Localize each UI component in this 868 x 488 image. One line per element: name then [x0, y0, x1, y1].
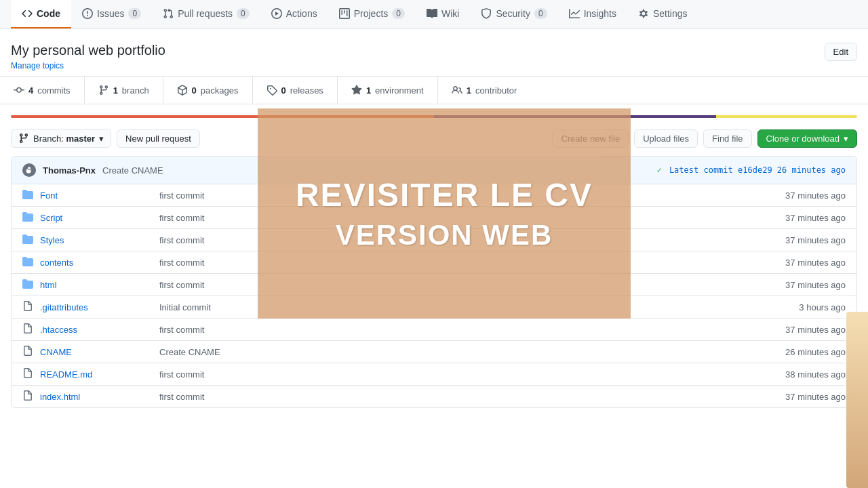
branches-stat[interactable]: 1 branch [85, 77, 163, 104]
branch-label: Branch: master [33, 134, 95, 144]
releases-stat[interactable]: 0 releases [253, 77, 338, 104]
packages-stat[interactable]: 0 packages [163, 77, 253, 104]
file-name[interactable]: .gitattributes [40, 302, 149, 312]
tab-settings[interactable]: Settings [627, 0, 698, 28]
file-time: 37 minutes ago [764, 392, 846, 402]
edit-button[interactable]: Edit [825, 43, 857, 61]
new-pull-request-button[interactable]: New pull request [117, 129, 200, 148]
chevron-down-icon: ▾ [99, 134, 104, 144]
file-name[interactable]: .htaccess [40, 325, 149, 335]
file-time: 38 minutes ago [764, 369, 846, 380]
file-commit-message: first commit [149, 213, 764, 223]
file-time: 37 minutes ago [764, 280, 846, 290]
file-commit-message: Create CNAME [149, 347, 764, 357]
folder-icon [22, 189, 35, 201]
file-time: 37 minutes ago [764, 213, 846, 223]
file-icon [22, 390, 35, 403]
file-name[interactable]: README.md [40, 369, 149, 380]
file-name[interactable]: Styles [40, 235, 149, 245]
file-time: 3 hours ago [764, 302, 846, 312]
stats-bar: 4 commits 1 branch 0 packages 0 releases… [0, 76, 868, 104]
file-commit-message: first commit [149, 280, 764, 290]
folder-icon [22, 234, 35, 246]
file-time: 37 minutes ago [764, 235, 846, 245]
branch-select[interactable]: Branch: master ▾ [11, 129, 111, 148]
file-icon [22, 301, 35, 313]
file-time: 37 minutes ago [764, 325, 846, 335]
file-table: Thomas-Pnx Create CNAME ✓ Latest commit … [11, 156, 857, 408]
lang-css [434, 115, 716, 118]
file-name[interactable]: contents [40, 258, 149, 268]
environments-stat[interactable]: 1 environment [338, 77, 438, 104]
file-commit-message: first commit [149, 235, 764, 245]
clone-or-download-button[interactable]: Clone or download ▾ [757, 129, 857, 148]
tab-insights[interactable]: Insights [558, 0, 627, 28]
file-commit-message: first commit [149, 325, 764, 335]
commits-stat[interactable]: 4 commits [0, 77, 85, 104]
commit-header: Thomas-Pnx Create CNAME ✓ Latest commit … [12, 157, 856, 184]
table-row: README.md first commit 38 minutes ago [12, 363, 856, 386]
folder-icon [22, 256, 35, 268]
file-commit-message: first commit [149, 190, 764, 201]
create-new-file-button[interactable]: Create new file [552, 129, 629, 148]
tab-security[interactable]: Security 0 [470, 0, 557, 28]
right-accent-decoration [846, 312, 868, 408]
file-commit-message: first commit [149, 258, 764, 268]
tab-pull-requests[interactable]: Pull requests 0 [152, 0, 260, 28]
file-time: 26 minutes ago [764, 347, 846, 357]
file-commit-message: first commit [149, 369, 764, 380]
table-row: html first commit 37 minutes ago [12, 274, 856, 296]
file-commit-message: Initial commit [149, 302, 764, 312]
repo-title: My personal web portfolio [11, 43, 165, 58]
table-row: Styles first commit 37 minutes ago [12, 229, 856, 251]
upload-files-button[interactable]: Upload files [634, 129, 698, 148]
table-row: CNAME Create CNAME 26 minutes ago [12, 341, 856, 363]
table-row: .gitattributes Initial commit 3 hours ag… [12, 296, 856, 319]
table-row: Font first commit 37 minutes ago [12, 184, 856, 207]
latest-commit-info: ✓ Latest commit e16de29 26 minutes ago [656, 165, 846, 175]
file-time: 37 minutes ago [764, 190, 846, 201]
tab-wiki[interactable]: Wiki [416, 0, 470, 28]
table-row: index.html first commit 37 minutes ago [12, 386, 856, 407]
file-name[interactable]: Font [40, 190, 149, 201]
repo-header: My personal web portfolio Manage topics … [0, 29, 868, 76]
manage-topics-link[interactable]: Manage topics [11, 61, 165, 70]
file-commit-message: first commit [149, 392, 764, 402]
file-name[interactable]: html [40, 280, 149, 290]
table-row: contents first commit 37 minutes ago [12, 251, 856, 274]
file-icon [22, 368, 35, 380]
commit-hash-link[interactable]: e16de29 [738, 165, 772, 175]
file-list: Font first commit 37 minutes ago Script … [12, 184, 856, 407]
contributors-stat[interactable]: 1 contributor [438, 77, 531, 104]
tab-code[interactable]: Code [11, 0, 71, 28]
file-name[interactable]: CNAME [40, 347, 149, 357]
action-bar: Branch: master ▾ New pull request Create… [0, 129, 868, 156]
tab-actions[interactable]: Actions [260, 0, 328, 28]
repo-nav: Code Issues 0 Pull requests 0 Actions Pr… [0, 0, 868, 29]
table-row: .htaccess first commit 37 minutes ago [12, 319, 856, 341]
file-icon [22, 323, 35, 336]
file-name[interactable]: index.html [40, 392, 149, 402]
language-bar [11, 115, 857, 118]
avatar [22, 163, 36, 177]
table-row: Script first commit 37 minutes ago [12, 207, 856, 229]
chevron-down-icon: ▾ [844, 134, 848, 144]
lang-js [716, 115, 857, 118]
repo-title-section: My personal web portfolio Manage topics [11, 43, 165, 70]
file-icon [22, 346, 35, 358]
tab-issues[interactable]: Issues 0 [71, 0, 152, 28]
lang-html [11, 115, 434, 118]
folder-icon [22, 211, 35, 224]
tab-projects[interactable]: Projects 0 [328, 0, 416, 28]
file-time: 37 minutes ago [764, 258, 846, 268]
find-file-button[interactable]: Find file [703, 129, 752, 148]
folder-icon [22, 279, 35, 291]
file-name[interactable]: Script [40, 213, 149, 223]
